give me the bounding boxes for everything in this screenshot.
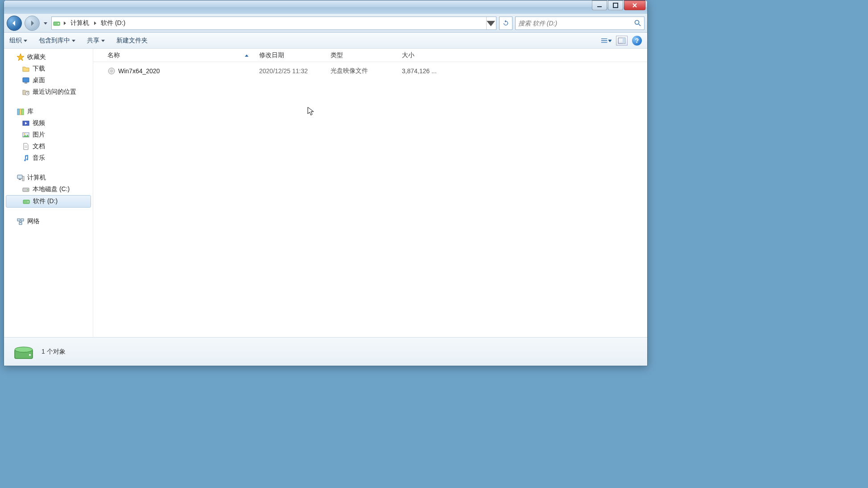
- file-name: Win7x64_2020: [118, 67, 160, 75]
- svg-line-5: [639, 24, 641, 26]
- sidebar-libraries[interactable]: 库: [4, 106, 93, 117]
- library-icon: [17, 108, 25, 116]
- svg-rect-22: [17, 175, 22, 179]
- sidebar-item-label: 桌面: [33, 76, 45, 84]
- search-box[interactable]: [515, 17, 645, 30]
- svg-point-4: [635, 20, 639, 24]
- newfolder-label: 新建文件夹: [116, 37, 148, 45]
- sidebar-item-drive-c[interactable]: 本地磁盘 (C:): [4, 184, 93, 195]
- view-options-button[interactable]: [601, 35, 612, 46]
- svg-rect-1: [613, 3, 618, 8]
- refresh-button[interactable]: [499, 17, 513, 30]
- column-size-label: 大小: [402, 51, 414, 59]
- share-label: 共享: [87, 37, 99, 45]
- sidebar-item-label: 文档: [33, 142, 45, 150]
- sidebar-item-label: 软件 (D:): [33, 197, 58, 205]
- window-controls: [592, 0, 645, 10]
- nav-history-dropdown[interactable]: [42, 16, 49, 31]
- svg-rect-24: [22, 176, 24, 181]
- organize-label: 组织: [9, 37, 22, 45]
- svg-rect-0: [597, 6, 602, 7]
- svg-rect-10: [623, 38, 625, 43]
- recent-icon: [22, 88, 30, 96]
- sidebar-item-label: 视频: [33, 119, 45, 127]
- folder-icon: [22, 65, 30, 73]
- include-library-menu[interactable]: 包含到库中: [39, 37, 75, 45]
- network-icon: [17, 217, 25, 225]
- sidebar-item-desktop[interactable]: 桌面: [4, 75, 93, 86]
- column-type[interactable]: 类型: [325, 49, 397, 62]
- svg-point-38: [29, 354, 31, 356]
- svg-rect-11: [23, 78, 29, 82]
- svg-rect-23: [19, 179, 21, 180]
- sidebar-item-downloads[interactable]: 下载: [4, 63, 93, 75]
- file-size: 3,874,126 ...: [397, 67, 450, 75]
- include-label: 包含到库中: [39, 37, 70, 45]
- sidebar-item-recent[interactable]: 最近访问的位置: [4, 86, 93, 98]
- svg-point-35: [111, 70, 112, 72]
- maximize-button[interactable]: [608, 0, 623, 10]
- svg-rect-30: [21, 219, 24, 221]
- sidebar-item-label: 最近访问的位置: [33, 88, 76, 96]
- explorer-body: 收藏夹 下载 桌面 最近访问的位置 库: [4, 49, 647, 337]
- column-type-label: 类型: [331, 51, 343, 59]
- sidebar-item-label: 图片: [33, 131, 45, 139]
- search-icon: [634, 20, 641, 27]
- sidebar-network-label: 网络: [27, 217, 40, 225]
- forward-button[interactable]: [25, 16, 40, 31]
- help-button[interactable]: ?: [632, 36, 642, 46]
- back-button[interactable]: [7, 16, 22, 31]
- sidebar-item-label: 下载: [33, 65, 45, 73]
- address-dropdown[interactable]: [486, 17, 495, 29]
- navigation-pane[interactable]: 收藏夹 下载 桌面 最近访问的位置 库: [4, 49, 93, 337]
- sidebar-item-videos[interactable]: 视频: [4, 117, 93, 129]
- chevron-right-icon[interactable]: [62, 21, 67, 25]
- column-name[interactable]: 名称: [102, 49, 254, 62]
- minimize-button[interactable]: [592, 0, 607, 10]
- video-icon: [22, 119, 30, 127]
- sidebar-item-music[interactable]: 音乐: [4, 152, 93, 164]
- svg-rect-12: [25, 83, 27, 83]
- iso-file-icon: [107, 67, 116, 75]
- svg-rect-31: [19, 222, 22, 225]
- preview-pane-button[interactable]: [616, 36, 628, 46]
- sidebar-computer-label: 计算机: [27, 174, 46, 182]
- sidebar-network[interactable]: 网络: [4, 216, 93, 227]
- svg-rect-16: [22, 109, 24, 115]
- column-date-label: 修改日期: [259, 51, 284, 59]
- chevron-right-icon[interactable]: [93, 21, 97, 25]
- sidebar-item-label: 音乐: [33, 154, 45, 162]
- drive-icon: [22, 197, 30, 205]
- breadcrumb-box[interactable]: 计算机 软件 (D:): [51, 17, 496, 30]
- drive-large-icon: [12, 342, 35, 362]
- pictures-icon: [22, 131, 30, 139]
- svg-point-28: [28, 201, 29, 202]
- sidebar-computer[interactable]: 计算机: [4, 172, 93, 184]
- sidebar-favorites[interactable]: 收藏夹: [4, 51, 93, 63]
- file-row[interactable]: Win7x64_2020 2020/12/25 11:32 光盘映像文件 3,8…: [93, 65, 647, 77]
- svg-rect-14: [17, 109, 19, 115]
- sidebar-item-drive-d[interactable]: 软件 (D:): [6, 195, 91, 208]
- breadcrumb-computer[interactable]: 计算机: [69, 19, 91, 27]
- titlebar[interactable]: [4, 0, 647, 14]
- file-list[interactable]: Win7x64_2020 2020/12/25 11:32 光盘映像文件 3,8…: [93, 62, 647, 337]
- column-headers: 名称 修改日期 类型 大小: [93, 49, 647, 62]
- computer-icon: [17, 174, 25, 182]
- toolbar: 组织 包含到库中 共享 新建文件夹 ?: [4, 33, 647, 49]
- address-bar: 计算机 软件 (D:): [4, 14, 647, 33]
- sidebar-item-pictures[interactable]: 图片: [4, 129, 93, 141]
- file-list-area[interactable]: 名称 修改日期 类型 大小 Win7x64_2020: [93, 49, 647, 337]
- svg-point-19: [24, 133, 25, 135]
- search-input[interactable]: [518, 20, 634, 27]
- column-date[interactable]: 修改日期: [254, 49, 325, 62]
- sidebar-item-label: 本地磁盘 (C:): [33, 185, 70, 193]
- file-date: 2020/12/25 11:32: [254, 67, 325, 75]
- close-button[interactable]: [624, 0, 645, 10]
- organize-menu[interactable]: 组织: [9, 37, 27, 45]
- column-size[interactable]: 大小: [397, 49, 450, 62]
- drive-icon: [22, 185, 30, 193]
- share-menu[interactable]: 共享: [87, 37, 105, 45]
- sidebar-item-documents[interactable]: 文档: [4, 141, 93, 152]
- breadcrumb-drive[interactable]: 软件 (D:): [99, 19, 127, 27]
- new-folder-button[interactable]: 新建文件夹: [116, 37, 148, 45]
